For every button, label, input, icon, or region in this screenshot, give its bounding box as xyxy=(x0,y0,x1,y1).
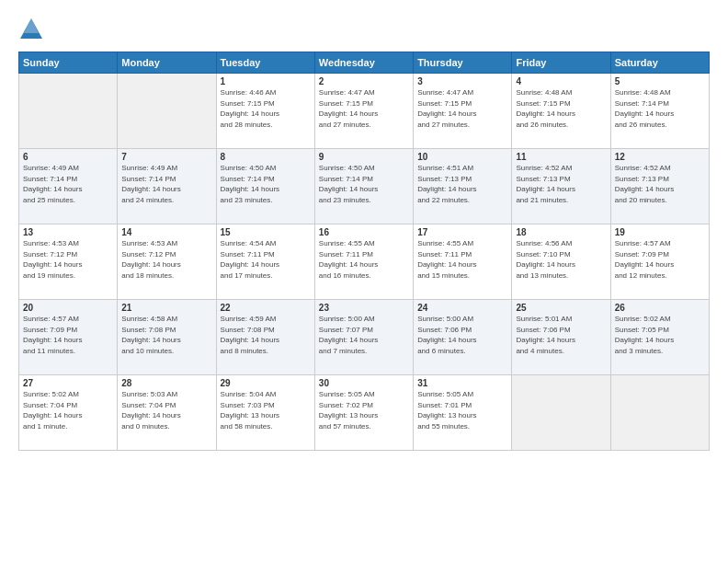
day-info: Sunrise: 5:05 AMSunset: 7:02 PMDaylight:… xyxy=(319,389,409,431)
day-number: 19 xyxy=(615,227,705,237)
day-info: Sunrise: 4:53 AMSunset: 7:12 PMDaylight:… xyxy=(23,238,113,281)
day-info: Sunrise: 4:51 AMSunset: 7:13 PMDaylight:… xyxy=(417,163,507,205)
day-number: 5 xyxy=(615,76,705,86)
day-number: 17 xyxy=(417,227,507,237)
day-cell: 19Sunrise: 4:57 AMSunset: 7:09 PMDayligh… xyxy=(610,224,709,300)
day-number: 18 xyxy=(516,227,606,237)
day-cell: 5Sunrise: 4:48 AMSunset: 7:14 PMDaylight… xyxy=(610,74,709,149)
day-cell: 9Sunrise: 4:50 AMSunset: 7:14 PMDaylight… xyxy=(314,149,413,224)
day-info: Sunrise: 4:54 AMSunset: 7:11 PMDaylight:… xyxy=(221,238,311,281)
day-number: 14 xyxy=(121,227,211,237)
day-cell: 29Sunrise: 5:04 AMSunset: 7:03 PMDayligh… xyxy=(216,375,314,451)
day-number: 22 xyxy=(221,303,311,313)
day-number: 3 xyxy=(417,76,507,86)
day-info: Sunrise: 4:50 AMSunset: 7:14 PMDaylight:… xyxy=(319,163,409,205)
day-info: Sunrise: 5:00 AMSunset: 7:06 PMDaylight:… xyxy=(417,314,507,356)
day-number: 15 xyxy=(221,227,311,237)
page: SundayMondayTuesdayWednesdayThursdayFrid… xyxy=(0,0,728,563)
day-info: Sunrise: 4:53 AMSunset: 7:12 PMDaylight:… xyxy=(121,238,211,281)
day-number: 21 xyxy=(121,303,211,313)
day-info: Sunrise: 4:49 AMSunset: 7:14 PMDaylight:… xyxy=(121,163,211,205)
day-cell: 3Sunrise: 4:47 AMSunset: 7:15 PMDaylight… xyxy=(414,74,512,149)
day-cell: 12Sunrise: 4:52 AMSunset: 7:13 PMDayligh… xyxy=(610,149,709,224)
day-info: Sunrise: 5:01 AMSunset: 7:06 PMDaylight:… xyxy=(516,314,606,356)
week-row-1: 6Sunrise: 4:49 AMSunset: 7:14 PMDaylight… xyxy=(19,149,710,224)
day-info: Sunrise: 5:05 AMSunset: 7:01 PMDaylight:… xyxy=(417,389,507,431)
day-cell: 23Sunrise: 5:00 AMSunset: 7:07 PMDayligh… xyxy=(314,300,413,375)
svg-marker-1 xyxy=(24,18,39,33)
day-number: 20 xyxy=(23,303,113,313)
day-info: Sunrise: 4:46 AMSunset: 7:15 PMDaylight:… xyxy=(221,87,311,130)
day-number: 2 xyxy=(319,76,409,86)
day-cell xyxy=(118,74,216,149)
day-info: Sunrise: 4:55 AMSunset: 7:11 PMDaylight:… xyxy=(319,238,409,281)
weekday-header-friday: Friday xyxy=(512,52,610,74)
day-info: Sunrise: 4:48 AMSunset: 7:14 PMDaylight:… xyxy=(615,87,705,130)
day-number: 27 xyxy=(23,378,113,388)
week-row-2: 13Sunrise: 4:53 AMSunset: 7:12 PMDayligh… xyxy=(19,224,710,300)
day-number: 1 xyxy=(221,76,311,86)
logo-icon xyxy=(18,17,44,42)
day-info: Sunrise: 4:52 AMSunset: 7:13 PMDaylight:… xyxy=(615,163,705,205)
weekday-header-thursday: Thursday xyxy=(414,52,512,74)
weekday-header-saturday: Saturday xyxy=(610,52,709,74)
week-row-4: 27Sunrise: 5:02 AMSunset: 7:04 PMDayligh… xyxy=(19,375,710,451)
day-info: Sunrise: 5:04 AMSunset: 7:03 PMDaylight:… xyxy=(221,389,311,431)
weekday-header-tuesday: Tuesday xyxy=(216,52,314,74)
day-number: 30 xyxy=(319,378,409,388)
day-cell: 15Sunrise: 4:54 AMSunset: 7:11 PMDayligh… xyxy=(216,224,314,300)
day-cell: 11Sunrise: 4:52 AMSunset: 7:13 PMDayligh… xyxy=(512,149,610,224)
day-info: Sunrise: 4:50 AMSunset: 7:14 PMDaylight:… xyxy=(221,163,311,205)
day-info: Sunrise: 4:48 AMSunset: 7:15 PMDaylight:… xyxy=(516,87,606,130)
logo xyxy=(18,17,48,42)
day-number: 25 xyxy=(516,303,606,313)
day-cell: 18Sunrise: 4:56 AMSunset: 7:10 PMDayligh… xyxy=(512,224,610,300)
day-info: Sunrise: 4:59 AMSunset: 7:08 PMDaylight:… xyxy=(221,314,311,356)
day-cell xyxy=(610,375,709,451)
day-info: Sunrise: 4:58 AMSunset: 7:08 PMDaylight:… xyxy=(121,314,211,356)
day-cell: 16Sunrise: 4:55 AMSunset: 7:11 PMDayligh… xyxy=(314,224,413,300)
day-number: 8 xyxy=(221,152,311,162)
day-cell: 10Sunrise: 4:51 AMSunset: 7:13 PMDayligh… xyxy=(414,149,512,224)
week-row-0: 1Sunrise: 4:46 AMSunset: 7:15 PMDaylight… xyxy=(19,74,710,149)
day-cell: 22Sunrise: 4:59 AMSunset: 7:08 PMDayligh… xyxy=(216,300,314,375)
calendar: SundayMondayTuesdayWednesdayThursdayFrid… xyxy=(18,52,710,451)
day-number: 28 xyxy=(121,378,211,388)
day-number: 12 xyxy=(615,152,705,162)
day-number: 7 xyxy=(121,152,211,162)
day-info: Sunrise: 5:02 AMSunset: 7:04 PMDaylight:… xyxy=(23,389,113,431)
day-cell: 4Sunrise: 4:48 AMSunset: 7:15 PMDaylight… xyxy=(512,74,610,149)
day-info: Sunrise: 4:55 AMSunset: 7:11 PMDaylight:… xyxy=(417,238,507,281)
day-info: Sunrise: 5:03 AMSunset: 7:04 PMDaylight:… xyxy=(121,389,211,431)
day-cell: 7Sunrise: 4:49 AMSunset: 7:14 PMDaylight… xyxy=(118,149,216,224)
day-cell: 6Sunrise: 4:49 AMSunset: 7:14 PMDaylight… xyxy=(19,149,118,224)
day-cell: 8Sunrise: 4:50 AMSunset: 7:14 PMDaylight… xyxy=(216,149,314,224)
week-row-3: 20Sunrise: 4:57 AMSunset: 7:09 PMDayligh… xyxy=(19,300,710,375)
day-cell: 13Sunrise: 4:53 AMSunset: 7:12 PMDayligh… xyxy=(19,224,118,300)
day-cell xyxy=(19,74,118,149)
day-info: Sunrise: 4:52 AMSunset: 7:13 PMDaylight:… xyxy=(516,163,606,205)
day-number: 26 xyxy=(615,303,705,313)
day-cell: 27Sunrise: 5:02 AMSunset: 7:04 PMDayligh… xyxy=(19,375,118,451)
day-cell: 26Sunrise: 5:02 AMSunset: 7:05 PMDayligh… xyxy=(610,300,709,375)
day-number: 24 xyxy=(417,303,507,313)
day-info: Sunrise: 4:47 AMSunset: 7:15 PMDaylight:… xyxy=(319,87,409,130)
day-cell: 25Sunrise: 5:01 AMSunset: 7:06 PMDayligh… xyxy=(512,300,610,375)
day-number: 23 xyxy=(319,303,409,313)
day-cell: 1Sunrise: 4:46 AMSunset: 7:15 PMDaylight… xyxy=(216,74,314,149)
day-info: Sunrise: 5:00 AMSunset: 7:07 PMDaylight:… xyxy=(319,314,409,356)
day-cell: 28Sunrise: 5:03 AMSunset: 7:04 PMDayligh… xyxy=(118,375,216,451)
day-cell: 20Sunrise: 4:57 AMSunset: 7:09 PMDayligh… xyxy=(19,300,118,375)
weekday-header-wednesday: Wednesday xyxy=(314,52,413,74)
day-number: 31 xyxy=(417,378,507,388)
day-cell: 2Sunrise: 4:47 AMSunset: 7:15 PMDaylight… xyxy=(314,74,413,149)
day-info: Sunrise: 4:56 AMSunset: 7:10 PMDaylight:… xyxy=(516,238,606,281)
day-number: 16 xyxy=(319,227,409,237)
day-number: 10 xyxy=(417,152,507,162)
day-info: Sunrise: 5:02 AMSunset: 7:05 PMDaylight:… xyxy=(615,314,705,356)
weekday-header-sunday: Sunday xyxy=(19,52,118,74)
weekday-header-monday: Monday xyxy=(118,52,216,74)
day-number: 6 xyxy=(23,152,113,162)
day-number: 13 xyxy=(23,227,113,237)
day-cell: 31Sunrise: 5:05 AMSunset: 7:01 PMDayligh… xyxy=(414,375,512,451)
